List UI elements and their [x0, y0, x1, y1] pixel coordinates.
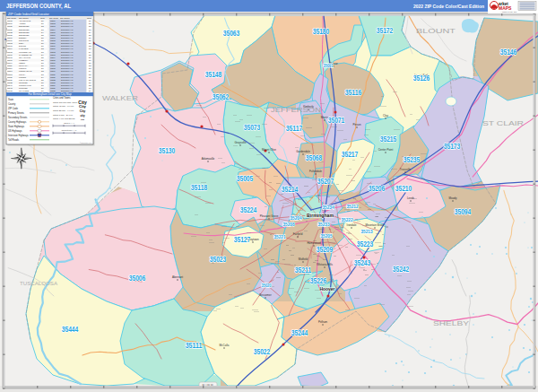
svg-text:35208: 35208 — [50, 39, 56, 41]
svg-text:Pelham: Pelham — [318, 320, 328, 324]
svg-text:Fultondale: Fultondale — [309, 170, 322, 173]
svg-text:35173: 35173 — [444, 142, 461, 151]
svg-text:BIRMINGHAM: BIRMINGHAM — [61, 39, 74, 41]
svg-text:Moody: Moody — [448, 196, 457, 200]
svg-text:35021: 35021 — [7, 29, 13, 30]
svg-text:Pinson: Pinson — [352, 123, 361, 126]
svg-text:35204: 35204 — [291, 215, 302, 221]
svg-text:QUINTON: QUINTON — [19, 82, 28, 83]
svg-text:35242: 35242 — [393, 265, 410, 274]
svg-text:BESSEMER: BESSEMER — [19, 25, 30, 27]
svg-text:35111: 35111 — [7, 65, 13, 66]
svg-text:35210: 35210 — [395, 184, 412, 193]
svg-text:35117: 35117 — [286, 124, 303, 133]
svg-text:Abernant: Abernant — [172, 275, 183, 279]
svg-text:35244: 35244 — [291, 328, 308, 337]
svg-text:35212: 35212 — [347, 204, 359, 209]
svg-text:TUSCALOOSA: TUSCALOOSA — [20, 281, 57, 286]
svg-text:35020: 35020 — [262, 283, 272, 288]
svg-text:35111: 35111 — [186, 341, 203, 350]
svg-text:35444: 35444 — [62, 325, 79, 334]
svg-text:35201: 35201 — [50, 20, 56, 22]
svg-text:BIRMINGHAM: BIRMINGHAM — [61, 90, 74, 91]
svg-text:35209: 35209 — [50, 42, 56, 44]
svg-text:Bessemer: Bessemer — [259, 293, 272, 297]
svg-text:BIRMINGHAM: BIRMINGHAM — [61, 54, 74, 56]
svg-text:city: city — [81, 118, 85, 121]
svg-text:35224: 35224 — [240, 205, 257, 214]
svg-text:Trussville: Trussville — [400, 168, 412, 171]
svg-text:35213: 35213 — [361, 229, 373, 234]
svg-text:35172: 35172 — [7, 90, 13, 91]
svg-text:BIRMINGHAM: BIRMINGHAM — [61, 65, 74, 66]
svg-text:35091: 35091 — [7, 59, 13, 61]
svg-text:BIRMINGHAM: BIRMINGHAM — [61, 34, 74, 36]
svg-text:City: City — [80, 109, 86, 113]
svg-text:35126: 35126 — [7, 76, 13, 78]
svg-text:BIRMINGHAM: BIRMINGHAM — [61, 42, 74, 44]
svg-text:35203: 35203 — [50, 25, 56, 27]
svg-text:35205: 35205 — [321, 233, 333, 239]
svg-text:35006: 35006 — [7, 22, 13, 24]
svg-text:MOUNT OLIVE: MOUNT OLIVE — [19, 70, 32, 72]
svg-text:GRAYSVILLE: GRAYSVILLE — [19, 57, 30, 58]
svg-text:35062: 35062 — [213, 92, 230, 101]
svg-text:Hoover: Hoover — [320, 286, 335, 292]
svg-text:PLEASANT GROVE: PLEASANT GROVE — [19, 79, 37, 81]
svg-text:BIRMINGHAM: BIRMINGHAM — [61, 79, 74, 81]
svg-text:PINSON: PINSON — [19, 76, 26, 78]
svg-text:ADAMSVILLE: ADAMSVILLE — [19, 20, 31, 22]
svg-text:BIRMINGHAM: BIRMINGHAM — [61, 25, 74, 27]
svg-text:35061: 35061 — [7, 39, 13, 41]
svg-text:Cities 100,000 and Above: Cities 100,000 and Above — [53, 101, 78, 104]
svg-text:35221: 35221 — [274, 234, 286, 240]
svg-text:35204: 35204 — [50, 29, 56, 30]
svg-text:35071: 35071 — [328, 116, 345, 125]
svg-text:35223: 35223 — [357, 240, 374, 248]
svg-text:ZIP Code Index/Grid Locator: ZIP Code Index/Grid Locator — [8, 13, 49, 16]
svg-text:35071: 35071 — [7, 54, 13, 56]
svg-text:BIRMINGHAM: BIRMINGHAM — [61, 22, 74, 24]
svg-text:35063: 35063 — [7, 45, 13, 47]
svg-text:KIMBERLY: KIMBERLY — [19, 59, 29, 61]
svg-text:35217: 35217 — [342, 150, 359, 159]
svg-text:35202: 35202 — [50, 22, 56, 24]
svg-text:DORA: DORA — [19, 42, 25, 44]
svg-text:BIRMINGHAM: BIRMINGHAM — [61, 67, 74, 69]
svg-text:35223: 35223 — [50, 82, 56, 83]
svg-text:BIRMINGHAM: BIRMINGHAM — [61, 57, 74, 58]
svg-text:miles 0 — 4: miles 0 — 4 — [64, 122, 74, 124]
svg-text:35215: 35215 — [50, 59, 56, 61]
svg-text:DOLOMITE: DOLOMITE — [19, 39, 29, 41]
svg-text:35226: 35226 — [50, 87, 56, 89]
svg-text:MC CALLA: MC CALLA — [19, 65, 29, 66]
svg-text:WALKER: WALKER — [102, 94, 138, 102]
svg-text:DOCENA: DOCENA — [19, 37, 28, 39]
svg-text:Secondary Streets: Secondary Streets — [8, 116, 28, 119]
svg-text:ADGER: ADGER — [19, 22, 26, 24]
svg-text:LEEDS: LEEDS — [19, 62, 25, 64]
svg-text:35205: 35205 — [50, 31, 56, 33]
svg-text:FAIRFIELD: FAIRFIELD — [19, 48, 29, 49]
svg-text:35235: 35235 — [404, 155, 421, 164]
svg-text:35222: 35222 — [342, 217, 353, 222]
svg-text:MULGA: MULGA — [19, 74, 26, 75]
svg-text:35228: 35228 — [50, 90, 56, 91]
svg-text:TRAFFORD: TRAFFORD — [19, 90, 30, 91]
svg-text:35118: 35118 — [7, 74, 13, 75]
svg-text:35022: 35022 — [7, 31, 13, 33]
svg-text:GARDENDALE: GARDENDALE — [19, 54, 32, 56]
svg-text:BIRMINGHAM: BIRMINGHAM — [61, 20, 74, 22]
svg-text:35060: 35060 — [7, 37, 13, 39]
svg-text:US Highways: US Highways — [8, 129, 22, 133]
svg-text:SHELBY: SHELBY — [433, 319, 470, 327]
svg-text:SUMITON: SUMITON — [19, 87, 28, 89]
svg-text:35063: 35063 — [223, 29, 240, 38]
svg-text:35073: 35073 — [7, 57, 13, 58]
svg-text:McCalla: McCalla — [220, 344, 230, 347]
svg-text:35094: 35094 — [7, 62, 13, 64]
svg-text:Clay: Clay — [383, 114, 389, 118]
svg-text:35116: 35116 — [345, 88, 362, 97]
svg-text:BIRMINGHAM: BIRMINGHAM — [61, 74, 74, 75]
svg-text:35127: 35127 — [7, 79, 13, 81]
